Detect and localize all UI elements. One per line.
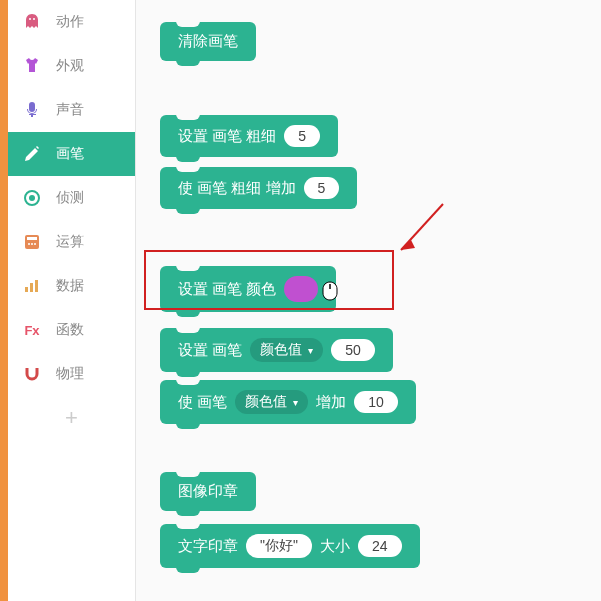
color-property-dropdown[interactable]: 颜色值 <box>235 390 308 414</box>
sidebar-label: 声音 <box>56 101 84 119</box>
pen-icon <box>22 144 42 164</box>
block-label: 设置 画笔 <box>178 341 242 360</box>
bars-icon <box>22 276 42 296</box>
sidebar-label: 外观 <box>56 57 84 75</box>
fx-icon: Fx <box>22 320 42 340</box>
sidebar-label: 画笔 <box>56 145 84 163</box>
stamp-text-block[interactable]: 文字印章 "你好" 大小 24 <box>160 524 420 568</box>
svg-marker-11 <box>401 240 415 250</box>
svg-point-4 <box>28 243 30 245</box>
set-pen-color-value-block[interactable]: 设置 画笔 颜色值 50 <box>160 328 393 372</box>
calculator-icon <box>22 232 42 252</box>
block-label: 使 画笔 <box>178 393 227 412</box>
sidebar-item-motion[interactable]: 动作 <box>8 0 135 44</box>
sidebar-label: 动作 <box>56 13 84 31</box>
svg-rect-8 <box>30 283 33 292</box>
sidebar-item-looks[interactable]: 外观 <box>8 44 135 88</box>
block-label: 清除画笔 <box>178 32 238 51</box>
value-input[interactable]: 24 <box>358 535 402 557</box>
sidebar-label: 侦测 <box>56 189 84 207</box>
category-sidebar: 动作 外观 声音 画笔 侦测 运算 数据 Fx 函数 物理 + <box>8 0 136 601</box>
value-input[interactable]: 5 <box>304 177 340 199</box>
sidebar-item-pen[interactable]: 画笔 <box>8 132 135 176</box>
change-pen-color-value-block[interactable]: 使 画笔 颜色值 增加 10 <box>160 380 416 424</box>
sidebar-label: 数据 <box>56 277 84 295</box>
block-label: 大小 <box>320 537 350 556</box>
svg-point-6 <box>34 243 36 245</box>
value-input[interactable]: 5 <box>284 125 320 147</box>
color-property-dropdown[interactable]: 颜色值 <box>250 338 323 362</box>
svg-rect-3 <box>27 237 37 240</box>
svg-line-10 <box>401 204 443 250</box>
set-pen-size-block[interactable]: 设置 画笔 粗细 5 <box>160 115 338 157</box>
sidebar-item-operators[interactable]: 运算 <box>8 220 135 264</box>
change-pen-size-block[interactable]: 使 画笔 粗细 增加 5 <box>160 167 357 209</box>
blocks-canvas: 清除画笔 设置 画笔 粗细 5 使 画笔 粗细 增加 5 设置 画笔 颜色 <box>136 0 601 601</box>
sidebar-item-physics[interactable]: 物理 <box>8 352 135 396</box>
microphone-icon <box>22 100 42 120</box>
color-picker[interactable] <box>284 276 318 302</box>
svg-point-5 <box>31 243 33 245</box>
ghost-icon <box>22 12 42 32</box>
annotation-arrow <box>391 200 447 262</box>
sidebar-label: 物理 <box>56 365 84 383</box>
value-input[interactable]: 10 <box>354 391 398 413</box>
shirt-icon <box>22 56 42 76</box>
sidebar-item-sensing[interactable]: 侦测 <box>8 176 135 220</box>
sidebar-item-sound[interactable]: 声音 <box>8 88 135 132</box>
block-label: 文字印章 <box>178 537 238 556</box>
stamp-image-block[interactable]: 图像印章 <box>160 472 256 511</box>
block-label: 设置 画笔 颜色 <box>178 280 276 299</box>
svg-rect-7 <box>25 287 28 292</box>
value-input[interactable]: 50 <box>331 339 375 361</box>
block-label: 图像印章 <box>178 482 238 501</box>
sidebar-label: 运算 <box>56 233 84 251</box>
block-label: 使 画笔 粗细 增加 <box>178 179 296 198</box>
text-input[interactable]: "你好" <box>246 534 312 558</box>
block-label: 增加 <box>316 393 346 412</box>
plus-icon: + <box>65 405 78 431</box>
block-label: 设置 画笔 粗细 <box>178 127 276 146</box>
accent-strip <box>0 0 8 601</box>
svg-rect-9 <box>35 280 38 292</box>
sidebar-label: 函数 <box>56 321 84 339</box>
target-icon <box>22 188 42 208</box>
magnet-icon <box>22 364 42 384</box>
add-category-button[interactable]: + <box>8 396 135 440</box>
set-pen-color-block[interactable]: 设置 画笔 颜色 <box>160 266 336 312</box>
clear-pen-block[interactable]: 清除画笔 <box>160 22 256 61</box>
sidebar-item-data[interactable]: 数据 <box>8 264 135 308</box>
svg-point-1 <box>29 195 35 201</box>
sidebar-item-functions[interactable]: Fx 函数 <box>8 308 135 352</box>
